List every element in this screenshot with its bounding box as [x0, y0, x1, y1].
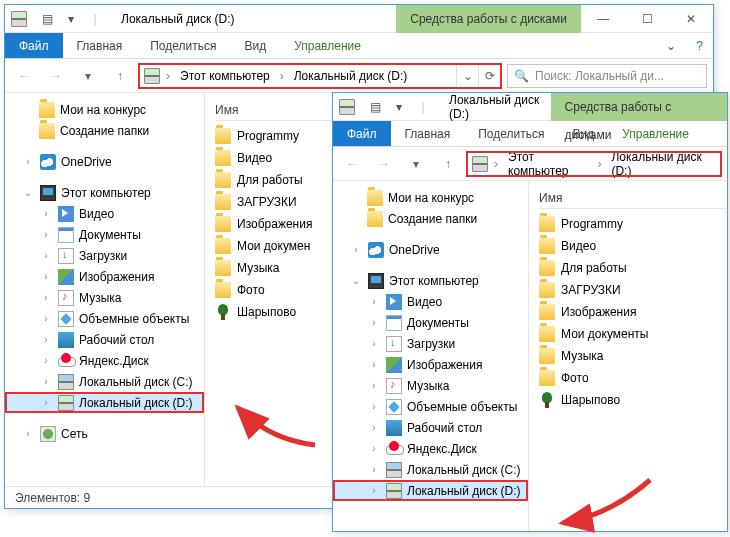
nav-this-pc[interactable]: ⌄Этот компьютер	[333, 270, 528, 291]
nav-3d-objects[interactable]: ›Объемные объекты	[333, 396, 528, 417]
expand-icon[interactable]: ›	[349, 244, 363, 255]
expand-icon[interactable]: ›	[21, 156, 35, 167]
nav-drive-c[interactable]: ›Локальный диск (C:)	[5, 371, 204, 392]
breadcrumb-this-pc[interactable]: Этот компьютер	[172, 65, 278, 87]
nav-forward-button[interactable]: →	[371, 151, 397, 177]
desktop-icon	[58, 332, 74, 348]
qat-properties-icon[interactable]: ▤	[37, 9, 57, 29]
qat-properties-icon[interactable]: ▤	[365, 97, 385, 117]
nav-onedrive[interactable]: ›OneDrive	[5, 151, 204, 172]
tab-view[interactable]: Вид	[230, 33, 280, 58]
collapse-icon[interactable]: ⌄	[21, 187, 35, 198]
tab-share[interactable]: Поделиться	[464, 121, 558, 146]
nav-forward-button[interactable]: →	[43, 63, 69, 89]
file-item[interactable]: ЗАГРУЗКИ	[539, 279, 727, 301]
maximize-button[interactable]: ☐	[625, 5, 669, 33]
folder-icon	[539, 370, 555, 386]
breadcrumb-drive-d[interactable]: Локальный диск (D:)	[286, 65, 416, 87]
nav-3d-objects[interactable]: ›Объемные объекты	[5, 308, 204, 329]
window-title: Локальный диск (D:)	[121, 12, 235, 26]
search-input[interactable]: 🔍 Поиск: Локальный ди...	[507, 64, 707, 88]
tab-manage[interactable]: Управление	[608, 121, 703, 146]
nav-drive-c[interactable]: ›Локальный диск (C:)	[333, 459, 528, 480]
yandex-disk-icon	[386, 441, 402, 457]
nav-music[interactable]: ›Музыка	[333, 375, 528, 396]
nav-up-button[interactable]: ↑	[107, 63, 133, 89]
nav-documents[interactable]: ›Документы	[333, 312, 528, 333]
tab-manage[interactable]: Управление	[280, 33, 375, 58]
nav-downloads[interactable]: ›Загрузки	[333, 333, 528, 354]
music-icon	[386, 378, 402, 394]
nav-back-button[interactable]: ←	[339, 151, 365, 177]
nav-network[interactable]: ›Сеть	[5, 423, 204, 444]
chevron-right-icon[interactable]: ›	[595, 157, 603, 171]
video-icon	[58, 206, 74, 222]
tab-share[interactable]: Поделиться	[136, 33, 230, 58]
nav-downloads[interactable]: ›Загрузки	[5, 245, 204, 266]
file-item[interactable]: Programmy	[539, 213, 727, 235]
qat-dropdown-icon[interactable]: ▾	[61, 9, 81, 29]
address-bar[interactable]: › Этот компьютер › Локальный диск (D:)	[467, 152, 721, 176]
chevron-right-icon[interactable]: ›	[492, 157, 500, 171]
file-item[interactable]: Изображения	[539, 301, 727, 323]
tree-icon	[215, 304, 231, 320]
breadcrumb-drive-d[interactable]: Локальный диск (D:)	[603, 153, 720, 175]
ribbon-expand-icon[interactable]: ⌄	[656, 33, 686, 58]
collapse-icon[interactable]: ⌄	[349, 275, 363, 286]
nav-images[interactable]: ›Изображения	[5, 266, 204, 287]
tab-home[interactable]: Главная	[391, 121, 465, 146]
nav-desktop[interactable]: ›Рабочий стол	[333, 417, 528, 438]
nav-drive-d[interactable]: ›Локальный диск (D:)	[5, 392, 204, 413]
nav-desktop[interactable]: ›Рабочий стол	[5, 329, 204, 350]
nav-images[interactable]: ›Изображения	[333, 354, 528, 375]
navigation-pane: Мои на конкурс Создание папки ›OneDrive …	[5, 93, 205, 486]
nav-quick-folder[interactable]: Мои на конкурс	[5, 99, 204, 120]
file-item[interactable]: Видео	[539, 235, 727, 257]
nav-yandex-disk[interactable]: ›Яндекс.Диск	[5, 350, 204, 371]
folder-icon	[539, 326, 555, 342]
explorer-window-2: ▤ ▾ | Локальный диск (D:) Средства работ…	[332, 92, 728, 532]
tab-file[interactable]: Файл	[5, 33, 63, 58]
status-item-count: Элементов: 9	[15, 491, 90, 505]
titlebar[interactable]: ▤ ▾ | Локальный диск (D:) Средства работ…	[5, 5, 713, 33]
nav-drive-d[interactable]: ›Локальный диск (D:)	[333, 480, 528, 501]
file-list-pane[interactable]: Имя Programmy Видео Для работы ЗАГРУЗКИ …	[529, 181, 727, 531]
nav-yandex-disk[interactable]: ›Яндекс.Диск	[333, 438, 528, 459]
chevron-right-icon[interactable]: ›	[164, 69, 172, 83]
tab-view[interactable]: Вид	[558, 121, 608, 146]
file-item[interactable]: Мои документы	[539, 323, 727, 345]
nav-quick-folder[interactable]: Создание папки	[5, 120, 204, 141]
image-icon	[386, 357, 402, 373]
tab-file[interactable]: Файл	[333, 121, 391, 146]
nav-this-pc[interactable]: ⌄Этот компьютер	[5, 182, 204, 203]
nav-back-button[interactable]: ←	[11, 63, 37, 89]
help-icon[interactable]: ?	[686, 33, 713, 58]
titlebar[interactable]: ▤ ▾ | Локальный диск (D:) Средства работ…	[333, 93, 727, 121]
nav-videos[interactable]: ›Видео	[333, 291, 528, 312]
nav-recent-dropdown[interactable]: ▾	[75, 63, 101, 89]
nav-recent-dropdown[interactable]: ▾	[403, 151, 429, 177]
nav-documents[interactable]: ›Документы	[5, 224, 204, 245]
minimize-button[interactable]: —	[581, 5, 625, 33]
file-item[interactable]: Для работы	[539, 257, 727, 279]
file-item[interactable]: Музыка	[539, 345, 727, 367]
address-dropdown-icon[interactable]: ⌄	[456, 65, 478, 87]
nav-quick-folder[interactable]: Создание папки	[333, 208, 528, 229]
tab-home[interactable]: Главная	[63, 33, 137, 58]
address-bar[interactable]: › Этот компьютер › Локальный диск (D:) ⌄…	[139, 64, 501, 88]
download-icon	[386, 336, 402, 352]
close-button[interactable]: ✕	[669, 5, 713, 33]
nav-videos[interactable]: ›Видео	[5, 203, 204, 224]
chevron-right-icon[interactable]: ›	[278, 69, 286, 83]
contextual-tools-label: Средства работы с дисками	[551, 93, 727, 121]
breadcrumb-this-pc[interactable]: Этот компьютер	[500, 153, 595, 175]
nav-quick-folder[interactable]: Мои на конкурс	[333, 187, 528, 208]
file-item[interactable]: Шарыпово	[539, 389, 727, 411]
file-item[interactable]: Фото	[539, 367, 727, 389]
nav-music[interactable]: ›Музыка	[5, 287, 204, 308]
nav-onedrive[interactable]: ›OneDrive	[333, 239, 528, 260]
refresh-icon[interactable]: ⟳	[478, 65, 500, 87]
column-header-name[interactable]: Имя	[539, 187, 727, 209]
qat-dropdown-icon[interactable]: ▾	[389, 97, 409, 117]
nav-up-button[interactable]: ↑	[435, 151, 461, 177]
